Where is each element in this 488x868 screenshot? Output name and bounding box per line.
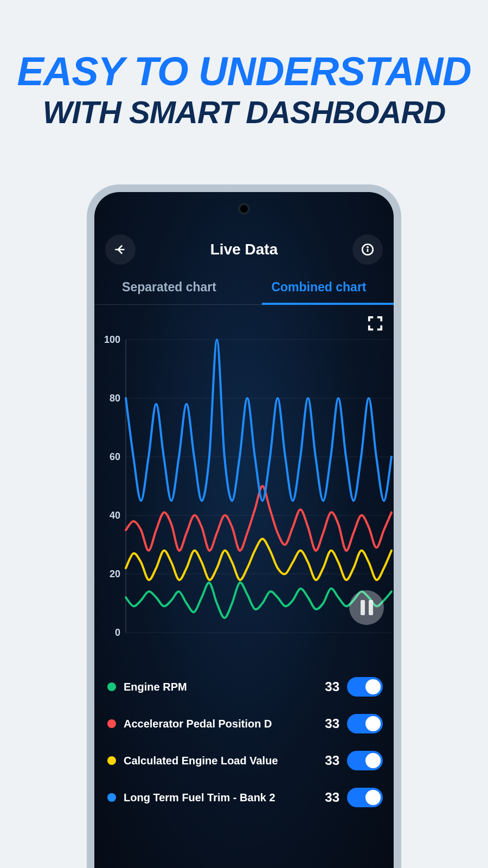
legend-row: Accelerator Pedal Position D33 — [107, 705, 383, 742]
page-title: Live Data — [210, 241, 278, 258]
expand-button[interactable] — [365, 314, 385, 333]
series-toggle[interactable] — [347, 788, 383, 807]
series-value: 33 — [316, 716, 339, 731]
series-toggle[interactable] — [347, 677, 383, 697]
series-toggle[interactable] — [347, 714, 383, 733]
series-label: Long Term Fuel Trim - Bank 2 — [124, 792, 308, 804]
y-tick-label: 40 — [110, 510, 120, 521]
tab-combined-chart[interactable]: Combined chart — [244, 272, 394, 304]
series-toggle[interactable] — [347, 751, 383, 770]
headline-line-1: EASY TO UNDERSTAND — [0, 52, 488, 92]
svg-point-2 — [367, 247, 368, 247]
legend-row: Long Term Fuel Trim - Bank 233 — [107, 779, 383, 816]
series-line — [126, 340, 391, 501]
headline-line-2: WITH SMART DASHBOARD — [0, 94, 488, 130]
app-screen: Live Data Separated chart Combined chart… — [94, 192, 394, 868]
back-button[interactable] — [105, 234, 136, 265]
camera-notch — [238, 203, 250, 215]
phone-mockup: Live Data Separated chart Combined chart… — [87, 184, 401, 868]
series-label: Calculated Engine Load Value — [124, 755, 308, 767]
y-tick-label: 20 — [110, 569, 120, 579]
tab-bar: Separated chart Combined chart — [94, 272, 394, 305]
pause-icon — [361, 600, 365, 615]
combined-chart: 020406080100 — [94, 333, 394, 648]
info-button[interactable] — [352, 234, 383, 265]
tab-separated-chart[interactable]: Separated chart — [94, 272, 244, 304]
legend-row: Calculated Engine Load Value33 — [107, 742, 383, 779]
y-tick-label: 0 — [115, 627, 120, 638]
series-label: Accelerator Pedal Position D — [124, 718, 308, 730]
series-color-dot — [107, 756, 116, 765]
info-icon — [361, 242, 375, 257]
expand-icon — [367, 315, 383, 331]
series-color-dot — [107, 793, 116, 802]
y-tick-label: 60 — [110, 451, 120, 462]
series-value: 33 — [316, 679, 339, 694]
promo-headline: EASY TO UNDERSTAND WITH SMART DASHBOARD — [0, 0, 488, 130]
chart-area: 020406080100 — [94, 311, 394, 659]
y-tick-label: 100 — [104, 334, 120, 345]
legend-row: Engine RPM33 — [107, 668, 383, 705]
legend-list: Engine RPM33Accelerator Pedal Position D… — [94, 659, 394, 816]
pause-button[interactable] — [349, 590, 384, 625]
arrow-left-icon — [113, 242, 127, 257]
pause-icon — [369, 600, 373, 615]
series-color-dot — [107, 719, 116, 728]
app-header: Live Data — [94, 231, 394, 268]
y-tick-label: 80 — [110, 393, 120, 404]
series-value: 33 — [316, 753, 339, 768]
series-color-dot — [107, 682, 116, 691]
series-value: 33 — [316, 790, 339, 805]
series-label: Engine RPM — [124, 681, 308, 693]
